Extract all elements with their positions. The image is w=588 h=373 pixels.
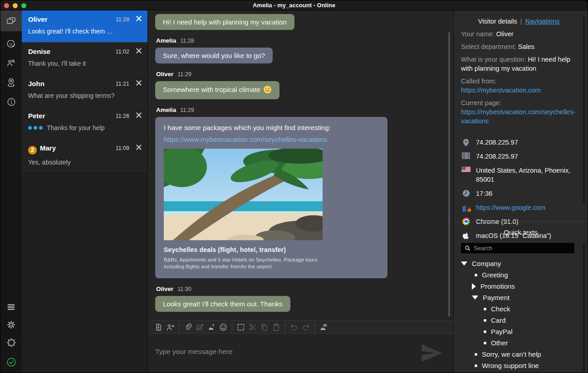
quick-texts-scrollbar[interactable] bbox=[583, 243, 585, 372]
agent-message-bubble: Sure, where would you like to go? bbox=[155, 48, 273, 63]
info-row-location: United States, Arizona, Phoenix, 85001 bbox=[461, 166, 577, 184]
location-icon[interactable] bbox=[0, 73, 22, 92]
expand-icon bbox=[472, 283, 476, 290]
details-scrollbar[interactable] bbox=[583, 16, 585, 203]
unread-badge: 2 bbox=[28, 146, 37, 155]
add-person-icon[interactable] bbox=[164, 323, 176, 332]
close-chat-icon[interactable] bbox=[136, 144, 142, 150]
chat-name: John bbox=[28, 80, 44, 87]
tree-node-check[interactable]: Check bbox=[454, 303, 580, 315]
screenshot-icon[interactable] bbox=[206, 323, 217, 332]
agent-icon[interactable] bbox=[0, 34, 22, 53]
tree-node-wrong-line[interactable]: Wrong support line bbox=[454, 360, 580, 371]
tab-visitor-details[interactable]: Visitor details bbox=[478, 18, 517, 25]
info-row-host: 74.208.225.97 bbox=[461, 152, 577, 161]
card-link[interactable]: https://www.mybestvacation.com/seychelle… bbox=[164, 136, 379, 143]
search-icon bbox=[465, 245, 470, 251]
chat-time: 11:28 bbox=[116, 16, 129, 23]
chat-preview: Thank you, I'll take it bbox=[28, 60, 141, 67]
smiley-emoji-icon bbox=[263, 85, 272, 95]
tree-node-other[interactable]: Other bbox=[454, 337, 580, 349]
chat-name: Mary bbox=[40, 144, 56, 152]
message-meta: Oliver11:29 bbox=[156, 71, 444, 78]
toolbar-separator bbox=[285, 323, 285, 331]
paste-icon[interactable] bbox=[270, 323, 282, 332]
emoji-icon[interactable] bbox=[217, 323, 229, 332]
info-icon[interactable] bbox=[0, 92, 22, 111]
chat-name: Denise bbox=[28, 48, 50, 55]
tree-node-promotions[interactable]: Promotions bbox=[454, 281, 580, 292]
tab-separator: | bbox=[520, 18, 522, 25]
chat-name: Oliver bbox=[28, 15, 48, 23]
tree-node-paypal[interactable]: PayPal bbox=[454, 326, 580, 337]
server-icon bbox=[461, 152, 471, 159]
chat-preview: Looks great! I'll check them … bbox=[28, 28, 141, 35]
chat-list-item[interactable]: Oliver 11:28 Looks great! I'll check the… bbox=[22, 10, 147, 43]
chat-list-item[interactable]: John 11:21 What are your shipping terms? bbox=[22, 75, 147, 107]
minimize-window-button[interactable] bbox=[13, 3, 18, 8]
field-called-from: Called from: https://mybestvacation.com bbox=[461, 77, 577, 95]
send-button[interactable] bbox=[420, 341, 443, 365]
info-row-browser: Chrome (91.0) bbox=[461, 217, 577, 226]
chat-preview: Yes, absolutely bbox=[28, 159, 141, 166]
copy-icon[interactable] bbox=[259, 323, 270, 332]
settings-gear-icon[interactable] bbox=[0, 315, 22, 334]
collapse-icon bbox=[461, 262, 467, 266]
tree-node-payment[interactable]: Payment bbox=[454, 292, 580, 303]
quick-texts-search bbox=[461, 243, 574, 253]
select-area-icon[interactable] bbox=[235, 323, 247, 332]
undo-icon[interactable] bbox=[288, 323, 300, 332]
conversation-pane: Hi! I need help with planning my vacatio… bbox=[148, 10, 453, 373]
us-flag-icon bbox=[461, 166, 471, 172]
tree-node-greeting[interactable]: Greeting bbox=[454, 269, 580, 281]
card-text: I have some packages which you might fin… bbox=[164, 124, 379, 131]
visitor-message-bubble: Looks great! I'll check them out. Thanks bbox=[155, 296, 290, 312]
info-row-time: 17:36 bbox=[461, 189, 577, 198]
referrer-link[interactable]: https://www.google.com bbox=[476, 203, 545, 212]
bullet-icon bbox=[475, 364, 477, 367]
close-window-button[interactable] bbox=[4, 3, 9, 8]
chat-time: 11:21 bbox=[116, 81, 129, 87]
burst-icon[interactable] bbox=[0, 333, 22, 352]
tree-node-card[interactable]: Card bbox=[454, 315, 580, 326]
bullet-icon bbox=[484, 342, 486, 344]
collapse-icon bbox=[472, 295, 478, 300]
attach-file-icon[interactable] bbox=[182, 323, 194, 332]
cut-icon[interactable] bbox=[247, 323, 259, 332]
quick-texts-tree: Company Greeting Promotions Payment Chec… bbox=[454, 258, 580, 371]
bullet-icon bbox=[484, 308, 486, 310]
current-page-link[interactable]: https://mybestvacation.com/seychelles-va… bbox=[461, 108, 575, 125]
search-input[interactable] bbox=[474, 245, 571, 252]
chat-scrollbar[interactable] bbox=[448, 32, 450, 317]
online-status-icon[interactable] bbox=[0, 353, 22, 372]
info-row-referrer: g https://www.google.com bbox=[461, 203, 577, 212]
tab-navigations[interactable]: Navigations bbox=[525, 18, 559, 25]
insert-image-icon[interactable] bbox=[194, 323, 206, 332]
visitors-icon[interactable] bbox=[0, 53, 22, 73]
tree-node-company[interactable]: Company bbox=[454, 258, 580, 269]
ip-pin-icon: IP bbox=[461, 138, 471, 147]
message-time: 11:29 bbox=[177, 71, 191, 78]
close-chat-icon[interactable] bbox=[136, 48, 142, 54]
message-input[interactable] bbox=[148, 334, 453, 373]
chat-list-item[interactable]: 2Mary 11:09 Yes, absolutely bbox=[22, 139, 147, 171]
toolbar-separator bbox=[232, 323, 232, 331]
quick-text-icon[interactable] bbox=[152, 323, 164, 332]
tree-node-sorry[interactable]: Sorry, we can’t help bbox=[454, 349, 580, 360]
redo-icon[interactable] bbox=[300, 323, 312, 332]
close-chat-icon[interactable] bbox=[136, 15, 142, 22]
chat-list-item[interactable]: Denise 11:02 Thank you, I'll take it bbox=[22, 43, 147, 75]
composer bbox=[148, 334, 453, 373]
menu-icon[interactable] bbox=[0, 297, 22, 316]
chats-icon[interactable] bbox=[0, 10, 22, 31]
message-history: Hi! I need help with planning my vacatio… bbox=[155, 10, 445, 320]
maximize-window-button[interactable] bbox=[21, 3, 26, 8]
close-chat-icon[interactable] bbox=[136, 80, 142, 86]
visitor-details-panel: Visitor details|Navigations Your name: O… bbox=[453, 10, 588, 373]
image-preview-icon[interactable] bbox=[318, 323, 329, 332]
bullet-icon bbox=[475, 274, 477, 276]
panel-divider bbox=[454, 221, 588, 222]
close-chat-icon[interactable] bbox=[136, 112, 142, 118]
called-from-link[interactable]: https://mybestvacation.com bbox=[461, 87, 541, 94]
chat-list-item[interactable]: Peter 11:26 Thanks for your help bbox=[22, 107, 147, 139]
